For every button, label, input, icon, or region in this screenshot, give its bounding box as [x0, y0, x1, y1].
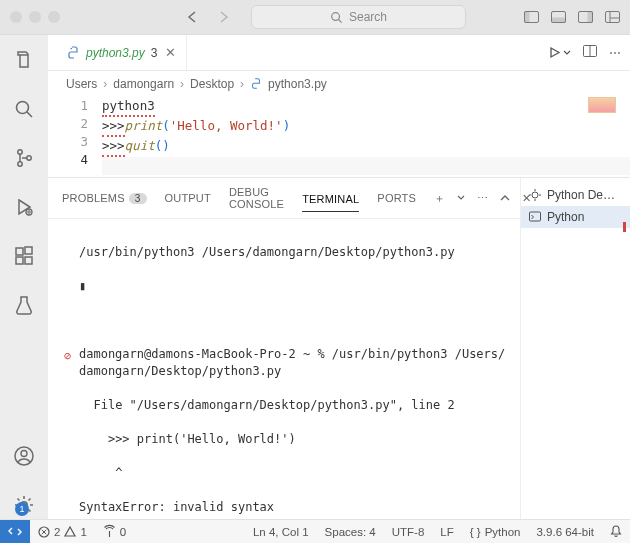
more-actions-icon[interactable]: ⋯ [609, 46, 622, 60]
nav-forward-icon[interactable] [215, 10, 231, 24]
testing-icon[interactable] [13, 294, 35, 319]
breadcrumb-seg[interactable]: python3.py [268, 77, 327, 91]
breadcrumb-seg[interactable]: Users [66, 77, 97, 91]
terminal-icon [529, 211, 541, 223]
search-icon[interactable] [13, 98, 35, 123]
warning-icon [64, 526, 76, 538]
editor-tabs: python3.py 3 ✕ ⋯ [48, 35, 630, 71]
bell-icon [610, 525, 622, 538]
customize-layout-icon[interactable] [605, 11, 620, 23]
svg-rect-22 [25, 247, 32, 254]
zoom-window-dot[interactable] [48, 11, 60, 23]
toggle-panel-icon[interactable] [551, 11, 566, 23]
svg-rect-8 [606, 12, 620, 23]
svg-point-26 [71, 47, 73, 49]
terminal-line: >>> print('Hello, World!') [79, 431, 296, 448]
breadcrumbs[interactable]: Users › damongarn › Desktop › python3.py [48, 71, 630, 97]
tab-modified-count: 3 [151, 46, 158, 60]
tab-terminal[interactable]: TERMINAL [302, 193, 359, 212]
terminal-line: SyntaxError: invalid syntax [79, 499, 274, 516]
status-eol[interactable]: LF [432, 525, 461, 538]
debug-icon [529, 189, 541, 201]
terminal-line: ^ [79, 465, 122, 482]
nav-back-icon[interactable] [185, 10, 201, 24]
panel-more-icon[interactable]: ⋯ [477, 192, 488, 205]
svg-rect-21 [25, 257, 32, 264]
explorer-icon[interactable] [13, 49, 35, 74]
settings-gear-icon[interactable]: 1 [13, 494, 35, 519]
chevron-down-icon [563, 49, 571, 57]
svg-rect-7 [588, 12, 593, 23]
new-terminal-button[interactable]: ＋ [434, 191, 445, 206]
extensions-icon[interactable] [13, 245, 35, 270]
code-token: 'Hello, World!' [170, 118, 283, 133]
toggle-secondary-sidebar-icon[interactable] [578, 11, 593, 23]
code-editor[interactable]: 1 2 3 4 python3 >>> print('Hello, World!… [48, 97, 630, 177]
source-control-icon[interactable] [13, 147, 35, 172]
terminal-cursor: ▮ [79, 278, 86, 295]
settings-badge: 1 [15, 502, 29, 516]
terminal-list-item[interactable]: Python De… [521, 184, 630, 206]
status-language[interactable]: { } Python [462, 525, 529, 538]
svg-point-29 [532, 192, 538, 198]
panel-maximize-icon[interactable] [500, 192, 510, 204]
editor-tab-python3[interactable]: python3.py 3 ✕ [56, 35, 187, 70]
terminal-content[interactable]: /usr/bin/python3 /Users/damongarn/Deskto… [48, 219, 520, 519]
terminal-list-item[interactable]: Python [521, 206, 630, 228]
svg-point-24 [21, 451, 27, 457]
breadcrumb-seg[interactable]: damongarn [113, 77, 174, 91]
status-ports[interactable]: 0 [95, 526, 134, 538]
svg-rect-34 [530, 212, 541, 221]
terminal-split-chevron-icon[interactable] [457, 192, 465, 204]
tab-problems[interactable]: PROBLEMS3 [62, 192, 147, 204]
workspace: 1 python3.py 3 ✕ ⋯ Users › damon [0, 35, 630, 519]
code-token: print [125, 118, 163, 133]
terminal-line: File "/Users/damongarn/Desktop/python3.p… [79, 397, 455, 414]
svg-point-14 [18, 162, 22, 166]
run-file-button[interactable] [548, 46, 571, 59]
tab-close-icon[interactable]: ✕ [165, 45, 176, 60]
activity-bar: 1 [0, 35, 48, 519]
search-icon [330, 11, 343, 24]
editor-actions: ⋯ [548, 45, 622, 60]
svg-rect-5 [552, 18, 566, 23]
toggle-primary-sidebar-icon[interactable] [524, 11, 539, 23]
close-window-dot[interactable] [10, 11, 22, 23]
command-center-search[interactable]: Search [251, 5, 466, 29]
window-controls [10, 11, 60, 23]
minimize-window-dot[interactable] [29, 11, 41, 23]
terminal-list-label: Python [547, 210, 584, 224]
svg-rect-19 [16, 248, 23, 255]
tab-ports[interactable]: PORTS [377, 192, 416, 204]
status-bar: 2 1 0 Ln 4, Col 1 Spaces: 4 UTF-8 LF { }… [0, 519, 630, 543]
code-token: >>> [102, 117, 125, 137]
bottom-panel: PROBLEMS3 OUTPUT DEBUG CONSOLE TERMINAL … [48, 177, 630, 519]
status-problems[interactable]: 2 1 [30, 526, 95, 538]
svg-line-12 [27, 112, 32, 117]
status-notifications[interactable] [602, 525, 630, 538]
code-content[interactable]: python3 >>> print('Hello, World!') >>> q… [102, 97, 630, 177]
terminal-line: /usr/bin/python3 /Users/damongarn/Deskto… [79, 244, 455, 261]
code-token: ) [283, 118, 291, 133]
error-icon [38, 526, 50, 538]
chevron-right-icon: › [103, 77, 107, 91]
remote-indicator[interactable] [0, 520, 30, 543]
split-editor-icon[interactable] [583, 45, 597, 60]
status-cursor-position[interactable]: Ln 4, Col 1 [245, 525, 317, 538]
status-interpreter[interactable]: 3.9.6 64-bit [528, 525, 602, 538]
terminal-line [79, 312, 86, 329]
status-indentation[interactable]: Spaces: 4 [317, 525, 384, 538]
svg-point-13 [18, 150, 22, 154]
line-number-gutter: 1 2 3 4 [66, 97, 102, 177]
svg-rect-3 [525, 12, 530, 23]
minimap[interactable] [588, 97, 616, 113]
breadcrumb-seg[interactable]: Desktop [190, 77, 234, 91]
terminal-list-label: Python De… [547, 188, 615, 202]
accounts-icon[interactable] [13, 445, 35, 470]
svg-rect-20 [16, 257, 23, 264]
tab-output[interactable]: OUTPUT [165, 192, 211, 204]
run-debug-icon[interactable] [13, 196, 35, 221]
status-encoding[interactable]: UTF-8 [384, 525, 433, 538]
tab-debug-console[interactable]: DEBUG CONSOLE [229, 186, 284, 210]
code-token: quit [125, 138, 155, 153]
